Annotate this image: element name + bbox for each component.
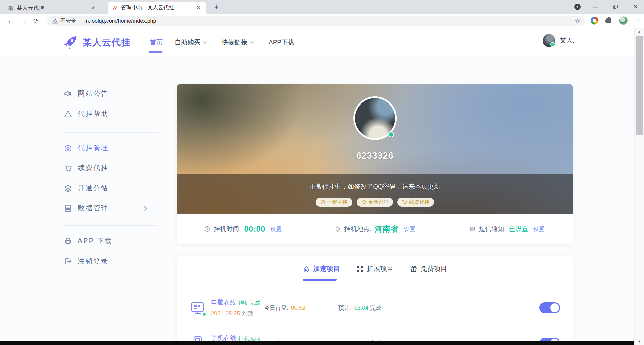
settings-link[interactable]: 设置 — [533, 225, 544, 233]
sidebar-item-app-download[interactable]: APP 下载 — [64, 236, 112, 246]
expiry-date: 2021-05-25 — [211, 310, 240, 317]
browser-menu-icon[interactable]: ⋮ — [635, 17, 641, 24]
url-text: m.foolqq.com/home/index.php — [84, 18, 575, 24]
browser-url-bar: ← → ⟳ 不安全 m.foolqq.com/home/index.php ☆ … — [0, 14, 644, 28]
safe-icon — [64, 144, 72, 152]
update-password-button[interactable]: 更新密码 — [357, 198, 393, 207]
info-value: 00:00 — [244, 225, 265, 234]
extensions-puzzle-icon[interactable] — [606, 18, 611, 23]
minimize-button[interactable]: — — [588, 0, 603, 14]
projects-card: 加速项目 扩展项目 免费项目 电脑在线挂机完成 2021-05-25到期 今日首… — [177, 256, 573, 345]
eta-info: 预计:03:04完成 — [338, 304, 539, 312]
sidebar-label: 注销登录 — [78, 257, 109, 266]
document-icon — [64, 204, 72, 213]
bookmark-star-icon[interactable]: ☆ — [575, 17, 580, 25]
page-content: 网站公告 代挂帮助 代挂管理 续费代挂 开通分站 数据管理 APP 下载 注销登… — [0, 56, 634, 345]
security-label: 不安全 — [60, 18, 76, 25]
sidebar-label: 数据管理 — [78, 204, 109, 213]
scroll-up-icon[interactable]: ▲ — [635, 30, 644, 34]
omnibox[interactable]: 不安全 m.foolqq.com/home/index.php ☆ — [47, 16, 585, 26]
site-logo[interactable]: 某人云代挂 — [63, 35, 131, 50]
scrollbar-thumb[interactable] — [636, 36, 643, 135]
renew-button[interactable]: 续费代挂 — [397, 198, 434, 207]
browser-tab-active[interactable]: 管理中心 - 某人云代挂 ✕ — [108, 2, 206, 14]
qq-avatar[interactable] — [353, 96, 397, 140]
sidebar-item-help[interactable]: 代挂帮助 — [64, 109, 109, 118]
header-user[interactable]: 某人. — [543, 34, 574, 47]
close-icon[interactable]: ✕ — [195, 4, 202, 11]
button-label: 更新密码 — [368, 199, 388, 205]
chrome-update-icon[interactable]: ▾ — [570, 0, 585, 14]
nav-label: 快捷链接 — [222, 38, 247, 47]
sms-notify-info: 短信通知: 已设置 设置 — [441, 214, 573, 244]
cart-icon — [402, 200, 407, 205]
banner-shade — [177, 174, 573, 214]
sidebar-label: 开通分站 — [78, 184, 109, 193]
user-avatar — [543, 34, 555, 47]
sidebar-divider — [64, 225, 158, 226]
nav-label: APP下载 — [269, 38, 294, 47]
eta-label: 预计: — [338, 305, 352, 311]
sidebar-item-manage[interactable]: 代挂管理 — [64, 143, 109, 152]
project-title: 电脑在线 — [211, 299, 236, 306]
scroll-down-icon[interactable]: ▼ — [635, 339, 644, 343]
tab-separator — [103, 4, 103, 10]
nav-active-underline — [149, 51, 162, 53]
nav-item-links[interactable]: 快捷链接 — [222, 38, 254, 47]
expiry-suffix: 到期 — [242, 310, 253, 317]
forward-icon[interactable]: → — [20, 17, 27, 25]
maximize-button[interactable] — [608, 0, 623, 14]
nav-item-app-download[interactable]: APP下载 — [269, 38, 294, 47]
hang-time-info: 挂机时间: 00:00 设置 — [177, 214, 309, 244]
sms-icon — [469, 226, 476, 232]
rehang-button[interactable]: 一键补挂 — [316, 198, 352, 207]
nav-item-buy[interactable]: 自助购买 — [175, 38, 207, 47]
nav-label: 自助购买 — [175, 38, 200, 47]
check-circle-icon — [320, 200, 325, 205]
location-icon — [334, 226, 341, 232]
sidebar-label: 代挂管理 — [78, 143, 109, 152]
tab-label: 加速项目 — [313, 264, 340, 273]
speaker-icon — [64, 89, 72, 98]
tab-free-projects[interactable]: 免费项目 — [410, 264, 447, 281]
browser-tab-inactive[interactable]: 某人云代挂 ✕ — [4, 2, 101, 14]
expand-icon — [356, 265, 364, 273]
sidebar-item-logout[interactable]: 注销登录 — [64, 257, 109, 266]
browser-profile-avatar[interactable] — [619, 17, 628, 25]
tab-speed-projects[interactable]: 加速项目 — [303, 264, 340, 281]
sidebar-item-announcements[interactable]: 网站公告 — [64, 89, 109, 98]
profile-info-row: 挂机时间: 00:00 设置 挂机地点: 河南省 设置 短信通知: 已设置 设置 — [177, 214, 573, 244]
project-status-badge: 挂机完成 — [238, 300, 260, 306]
info-label: 挂机时间: — [214, 225, 241, 233]
close-icon[interactable]: ✕ — [90, 4, 97, 12]
settings-link[interactable]: 设置 — [270, 225, 282, 233]
row-divider — [190, 324, 560, 324]
back-icon[interactable]: ← — [7, 17, 14, 25]
nav-item-home[interactable]: 首页 — [150, 38, 163, 47]
browser-tab-bar: 某人云代挂 ✕ 管理中心 - 某人云代挂 ✕ + ▾ — ✕ — [0, 0, 644, 14]
bottom-black-bar — [0, 341, 634, 345]
clock-icon — [204, 226, 211, 232]
refresh-icon[interactable]: ⟳ — [33, 17, 39, 25]
monitor-icon — [190, 300, 206, 316]
sidebar-item-data[interactable]: 数据管理 — [64, 204, 109, 213]
sidebar-item-renew[interactable]: 续费代挂 — [64, 163, 109, 172]
online-dot — [202, 312, 206, 316]
tab-expand-projects[interactable]: 扩展项目 — [356, 264, 394, 281]
profile-actions: 一键补挂 更新密码 续费代挂 — [177, 198, 573, 207]
cart-icon — [64, 164, 72, 172]
sidebar-item-substation[interactable]: 开通分站 — [64, 184, 109, 193]
info-label: 短信通知: — [479, 225, 506, 233]
browser-scrollbar[interactable]: ▲ ▼ — [634, 28, 644, 345]
close-window-button[interactable]: ✕ — [628, 0, 643, 14]
logout-icon — [64, 257, 72, 266]
extension-colorful-icon[interactable] — [591, 17, 598, 25]
qq-number: 6233326 — [177, 151, 573, 161]
sidebar-label: APP 下载 — [78, 236, 112, 246]
login-label: 今日首登: — [264, 305, 288, 311]
chevron-right-icon[interactable] — [144, 206, 148, 211]
refresh-icon — [361, 200, 366, 205]
settings-link[interactable]: 设置 — [404, 225, 415, 233]
pc-online-toggle[interactable] — [539, 302, 560, 313]
new-tab-button[interactable]: + — [211, 3, 221, 13]
